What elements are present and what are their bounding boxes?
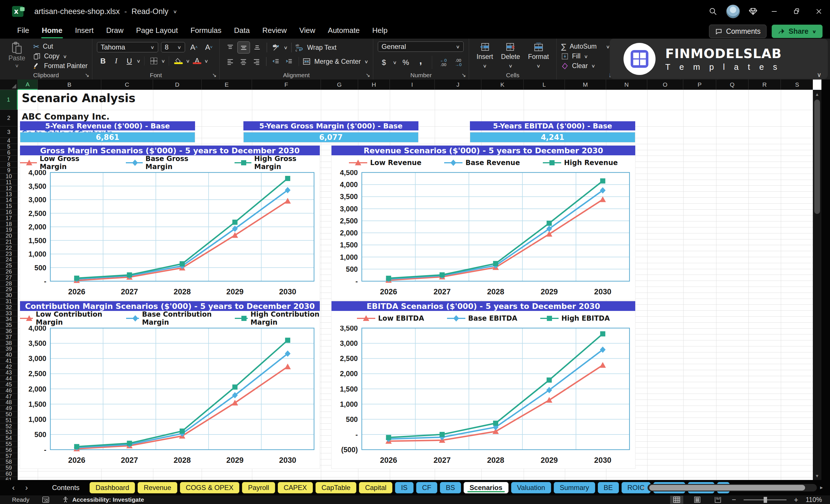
clear-button[interactable]: Clear ∨ xyxy=(561,61,610,70)
row-header-36[interactable]: 36 xyxy=(0,328,18,335)
format-painter-button[interactable]: Format Painter xyxy=(33,61,88,70)
ribbon-tab-review[interactable]: Review xyxy=(256,24,293,37)
font-dialog-launcher[interactable]: ↘ xyxy=(212,72,217,78)
chart-ebitda-scenarios[interactable]: EBITDA Scenarios ($'000) - 5 years to De… xyxy=(331,301,635,469)
row-header-14[interactable]: 14 xyxy=(0,197,18,203)
autosum-button[interactable]: ∑ AutoSum ∨ xyxy=(561,42,610,51)
row-header-48[interactable]: 48 xyxy=(0,400,18,406)
row-header-6[interactable]: 6 xyxy=(0,150,18,156)
comments-button[interactable]: Comments xyxy=(709,25,767,38)
row-header-55[interactable]: 55 xyxy=(0,441,18,447)
decrease-decimal-button[interactable]: .00→0 xyxy=(452,57,464,68)
search-icon[interactable] xyxy=(703,1,723,22)
ribbon-tab-data[interactable]: Data xyxy=(228,24,256,37)
fill-color-button[interactable] xyxy=(172,55,185,67)
ribbon-tab-insert[interactable]: Insert xyxy=(69,24,100,37)
page-layout-view-button[interactable] xyxy=(691,496,704,504)
comma-style-button[interactable]: , xyxy=(415,55,427,70)
column-header-E[interactable]: E xyxy=(202,80,252,90)
paste-button[interactable]: Paste ∨ xyxy=(5,41,29,69)
column-header-L[interactable]: L xyxy=(524,80,565,90)
clipboard-dialog-launcher[interactable]: ↘ xyxy=(85,72,89,78)
row-header-40[interactable]: 40 xyxy=(0,352,18,358)
column-header-F[interactable]: F xyxy=(252,80,321,90)
horizontal-scroll-thumb[interactable] xyxy=(649,485,805,491)
ribbon-tab-home[interactable]: Home xyxy=(35,24,69,37)
zoom-out-button[interactable]: − xyxy=(732,496,736,504)
increase-decimal-button[interactable]: ←0.00 xyxy=(437,57,449,68)
row-header-59[interactable]: 59 xyxy=(0,465,18,471)
font-name-select[interactable]: Tahoma∨ xyxy=(97,42,158,52)
row-header-34[interactable]: 34 xyxy=(0,316,18,322)
column-header-I[interactable]: I xyxy=(390,80,435,90)
row-header-19[interactable]: 19 xyxy=(0,227,18,233)
row-header-28[interactable]: 28 xyxy=(0,281,18,287)
row-header-49[interactable]: 49 xyxy=(0,406,18,412)
row-header-46[interactable]: 46 xyxy=(0,387,18,393)
chevron-down-icon[interactable]: ∨ xyxy=(173,8,177,14)
sheet-tab-summary[interactable]: Summary xyxy=(554,482,595,494)
minimize-button[interactable] xyxy=(763,0,786,23)
row-header-38[interactable]: 38 xyxy=(0,340,18,346)
restore-button[interactable] xyxy=(786,0,808,23)
decrease-font-button[interactable]: A˅ xyxy=(203,41,215,53)
avatar[interactable] xyxy=(723,1,743,22)
align-right-button[interactable] xyxy=(251,56,262,67)
sheet-tab-dashboard[interactable]: Dashboard xyxy=(90,482,135,494)
row-header-25[interactable]: 25 xyxy=(0,263,18,269)
next-sheet-arrow[interactable]: › xyxy=(20,483,33,492)
column-header-B[interactable]: B xyxy=(38,80,101,90)
column-header-P[interactable]: P xyxy=(683,80,716,90)
premium-diamond-icon[interactable] xyxy=(743,1,763,22)
zoom-slider[interactable] xyxy=(744,499,787,500)
column-header-G[interactable]: G xyxy=(321,80,358,90)
row-header-54[interactable]: 54 xyxy=(0,435,18,441)
row-header-53[interactable]: 53 xyxy=(0,429,18,435)
underline-options[interactable]: ∨ xyxy=(136,58,141,63)
row-header-22[interactable]: 22 xyxy=(0,245,18,251)
row-header-26[interactable]: 26 xyxy=(0,269,18,275)
format-cells-button[interactable]: Format∨ xyxy=(525,41,552,70)
row-header-7[interactable]: 7 xyxy=(0,156,18,162)
column-header-M[interactable]: M xyxy=(565,80,606,90)
ribbon-tab-draw[interactable]: Draw xyxy=(100,24,130,37)
vertical-scrollbar[interactable]: ▲ ▼ xyxy=(813,90,822,480)
column-header-O[interactable]: O xyxy=(647,80,683,90)
close-button[interactable] xyxy=(808,0,830,23)
page-break-view-button[interactable] xyxy=(711,496,725,504)
row-header-10[interactable]: 10 xyxy=(0,174,18,180)
borders-button[interactable] xyxy=(148,55,160,67)
align-top-button[interactable] xyxy=(224,42,236,53)
sheet-tab-bs[interactable]: BS xyxy=(440,482,461,494)
copy-button[interactable]: Copy ∨ xyxy=(33,52,88,61)
chart-gross-margin-scenarios[interactable]: Gross Margin Scenarios ($'000) - 5 years… xyxy=(20,146,320,300)
insert-cells-button[interactable]: Insert∨ xyxy=(474,41,496,70)
row-header-50[interactable]: 50 xyxy=(0,412,18,418)
row-header-43[interactable]: 43 xyxy=(0,370,18,376)
row-header-2[interactable]: 2 xyxy=(0,110,18,126)
sheet-tab-cogs-opex[interactable]: COGS & OPEX xyxy=(180,482,240,494)
sheet-tab-scenarios[interactable]: Scenarios xyxy=(464,482,509,494)
increase-font-button[interactable]: A˄ xyxy=(188,41,200,53)
orientation-options[interactable]: ∨ xyxy=(284,44,288,50)
ribbon-tab-file[interactable]: File xyxy=(11,24,35,37)
accounting-format-button[interactable]: $ xyxy=(378,57,390,68)
normal-view-button[interactable] xyxy=(670,496,683,504)
zoom-slider-thumb[interactable] xyxy=(764,497,767,503)
increase-indent-button[interactable] xyxy=(283,56,295,67)
row-header-39[interactable]: 39 xyxy=(0,346,18,352)
row-header-52[interactable]: 52 xyxy=(0,423,18,429)
ribbon-tab-view[interactable]: View xyxy=(293,24,321,37)
row-header-37[interactable]: 37 xyxy=(0,334,18,340)
row-header-17[interactable]: 17 xyxy=(0,215,18,221)
row-header-15[interactable]: 15 xyxy=(0,203,18,209)
percent-style-button[interactable]: % xyxy=(400,57,412,68)
row-header-32[interactable]: 32 xyxy=(0,304,18,310)
sheet-tab-contents[interactable]: Contents xyxy=(44,482,87,494)
sheet-tab-captable[interactable]: CapTable xyxy=(316,482,356,494)
ribbon-tab-help[interactable]: Help xyxy=(366,24,394,37)
row-header-51[interactable]: 51 xyxy=(0,417,18,423)
row-header-8[interactable]: 8 xyxy=(0,162,18,168)
row-header-47[interactable]: 47 xyxy=(0,393,18,400)
column-header-J[interactable]: J xyxy=(435,80,481,90)
